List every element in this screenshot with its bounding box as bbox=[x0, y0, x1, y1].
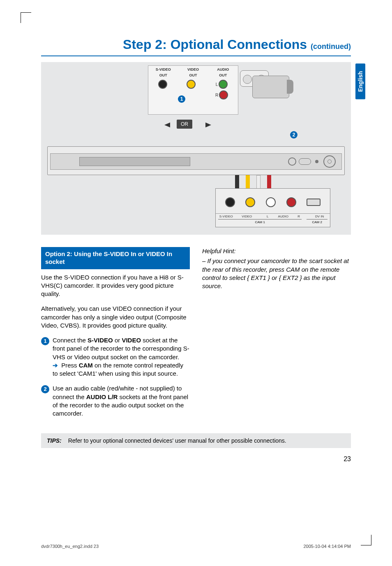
disc-tray bbox=[79, 157, 190, 166]
camcorder-icon bbox=[211, 69, 293, 102]
step-2-badge: 2 bbox=[41, 385, 49, 393]
step-2-bold: AUDIO L/R bbox=[86, 393, 118, 400]
option-header: Option 2: Using the S-VIDEO In or VIDEO … bbox=[41, 247, 190, 269]
fp-label-video: VIDEO bbox=[237, 214, 258, 219]
crop-mark-bottom-right bbox=[361, 535, 371, 545]
port-label-out2: OUT bbox=[178, 73, 208, 77]
fp-cam1: CAM 1 bbox=[218, 219, 302, 224]
video-out-jack bbox=[187, 80, 196, 89]
left-column: Option 2: Using the S-VIDEO In or VIDEO … bbox=[41, 247, 190, 424]
front-audio-r-jack bbox=[286, 197, 296, 207]
hint-or: or bbox=[272, 274, 279, 281]
front-audio-l-jack bbox=[266, 197, 276, 207]
or-label: OR bbox=[177, 120, 192, 129]
recorder-device: PHILIPS DVD RECORDER / HARD DISK bbox=[47, 146, 345, 175]
step-1-bold-1: S-VIDEO bbox=[88, 337, 113, 344]
diagram-badge-2: 2 bbox=[290, 131, 297, 139]
hint-ext2: { EXT2 } bbox=[279, 274, 302, 281]
fp-label-l: L bbox=[257, 214, 278, 219]
language-tab: English bbox=[355, 64, 365, 99]
step-1-bold-2: VIDEO bbox=[122, 337, 141, 344]
fp-label-svideo: S-VIDEO bbox=[216, 214, 237, 219]
step-1-sub-a: Press bbox=[61, 362, 79, 369]
hint-body: – If you connect your camcorder to the s… bbox=[202, 257, 351, 290]
front-video-jack bbox=[245, 197, 255, 207]
step-1-text-a: Connect the bbox=[53, 337, 88, 344]
arrow-icon: ➔ bbox=[53, 362, 58, 369]
option-para-1: Use the S-VIDEO connection if you have a… bbox=[41, 273, 190, 298]
step-1-text-b: or bbox=[115, 337, 122, 344]
print-footer: dvdr7300h_eu_eng2.indd 23 2005-10-04 4:1… bbox=[41, 544, 351, 549]
right-column: Helpful Hint: – If you connect your camc… bbox=[202, 247, 351, 424]
port-label-out1: OUT bbox=[148, 73, 178, 77]
device-button bbox=[288, 157, 296, 166]
hint-ext1: { EXT1 } bbox=[247, 274, 270, 281]
step-1: 1 Connect the S-VIDEO or VIDEO socket at… bbox=[41, 336, 190, 378]
tips-label: TIPS: bbox=[47, 437, 62, 444]
footer-date: 2005-10-04 4:14:04 PM bbox=[303, 544, 351, 549]
hint-heading: Helpful Hint: bbox=[202, 247, 351, 255]
fp-label-audio: AUDIO bbox=[278, 214, 288, 219]
step-1-badge: 1 bbox=[41, 337, 49, 345]
recorder-front-panel: S-VIDEO VIDEO L AUDIO R DV IN CAM 1 CAM … bbox=[215, 188, 330, 227]
fp-label-dvin: DV IN bbox=[309, 214, 330, 219]
diagram-badge-1: 1 bbox=[178, 95, 185, 103]
tips-bar: TIPS: Refer to your optional connected d… bbox=[41, 433, 351, 448]
tips-text: Refer to your optional connected devices… bbox=[68, 437, 286, 444]
device-led bbox=[315, 160, 318, 163]
option-para-2: Alternatively, you can use VIDEO connect… bbox=[41, 305, 190, 330]
port-label-svideo: S-VIDEO bbox=[148, 67, 178, 72]
front-dvin-jack bbox=[307, 199, 321, 206]
step-1-sub-bold: CAM bbox=[79, 362, 93, 369]
device-jog bbox=[323, 155, 336, 168]
title-main: Step 2: Optional Connections bbox=[123, 37, 311, 52]
fp-label-r: R bbox=[288, 214, 309, 219]
device-button-2 bbox=[299, 158, 311, 165]
fp-cam2: CAM 2 bbox=[307, 219, 327, 224]
port-label-video: VIDEO bbox=[178, 67, 208, 72]
arrow-left-icon bbox=[164, 122, 170, 127]
front-svideo-jack bbox=[225, 197, 235, 207]
page-number: 23 bbox=[41, 455, 351, 463]
title-continued: (continued) bbox=[311, 42, 351, 51]
step-2: 2 Use an audio cable (red/white - not su… bbox=[41, 384, 190, 418]
svideo-out-jack bbox=[158, 80, 167, 89]
crop-mark-top-left bbox=[21, 12, 31, 23]
connection-diagram: S-VIDEO VIDEO AUDIO OUT OUT OUT L R 1 bbox=[41, 62, 351, 235]
body-columns: Option 2: Using the S-VIDEO In or VIDEO … bbox=[41, 247, 351, 424]
page-title: Step 2: Optional Connections (continued) bbox=[41, 37, 351, 56]
footer-file: dvdr7300h_eu_eng2.indd 23 bbox=[41, 544, 99, 549]
arrow-right-icon bbox=[205, 122, 211, 127]
